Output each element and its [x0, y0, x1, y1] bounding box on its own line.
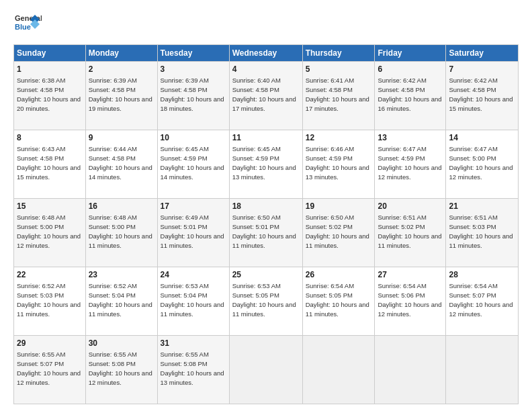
day-cell-29: 29 Sunrise: 6:55 AMSunset: 5:07 PMDaylig… — [14, 336, 86, 404]
day-cell-27: 27 Sunrise: 6:54 AMSunset: 5:06 PMDaylig… — [375, 267, 446, 336]
day-number: 6 — [378, 64, 443, 75]
day-info: Sunrise: 6:51 AMSunset: 5:02 PMDaylight:… — [378, 214, 441, 249]
day-number: 26 — [306, 269, 372, 281]
day-cell-8: 8 Sunrise: 6:43 AMSunset: 4:58 PMDayligh… — [14, 130, 86, 199]
calendar-header-row: SundayMondayTuesdayWednesdayThursdayFrid… — [14, 45, 519, 62]
calendar-week-2: 8 Sunrise: 6:43 AMSunset: 4:58 PMDayligh… — [14, 130, 519, 199]
day-number: 22 — [17, 269, 83, 281]
day-cell-17: 17 Sunrise: 6:49 AMSunset: 5:01 PMDaylig… — [157, 199, 229, 267]
logo: General Blue — [13, 11, 42, 39]
calendar-week-4: 22 Sunrise: 6:52 AMSunset: 5:03 PMDaylig… — [14, 267, 519, 336]
day-cell-28: 28 Sunrise: 6:54 AMSunset: 5:07 PMDaylig… — [446, 267, 519, 336]
day-number: 28 — [449, 269, 515, 281]
day-cell-2: 2 Sunrise: 6:39 AMSunset: 4:58 PMDayligh… — [85, 62, 157, 130]
day-cell-20: 20 Sunrise: 6:51 AMSunset: 5:02 PMDaylig… — [375, 199, 446, 267]
day-number: 23 — [89, 269, 154, 281]
day-info: Sunrise: 6:50 AMSunset: 5:01 PMDaylight:… — [232, 214, 296, 249]
day-cell-12: 12 Sunrise: 6:46 AMSunset: 4:59 PMDaylig… — [302, 130, 375, 199]
day-info: Sunrise: 6:54 AMSunset: 5:05 PMDaylight:… — [306, 282, 369, 318]
day-number: 15 — [17, 201, 83, 212]
calendar-header-saturday: Saturday — [446, 45, 519, 62]
day-number: 29 — [17, 338, 83, 349]
day-number: 16 — [89, 201, 154, 212]
day-cell-19: 19 Sunrise: 6:50 AMSunset: 5:02 PMDaylig… — [302, 199, 375, 267]
day-info: Sunrise: 6:55 AMSunset: 5:07 PMDaylight:… — [17, 351, 81, 386]
calendar-week-1: 1 Sunrise: 6:38 AMSunset: 4:58 PMDayligh… — [14, 62, 519, 130]
day-number: 17 — [161, 201, 226, 212]
day-cell-18: 18 Sunrise: 6:50 AMSunset: 5:01 PMDaylig… — [229, 199, 302, 267]
day-info: Sunrise: 6:51 AMSunset: 5:03 PMDaylight:… — [449, 214, 513, 249]
day-cell-1: 1 Sunrise: 6:38 AMSunset: 4:58 PMDayligh… — [14, 62, 86, 130]
day-info: Sunrise: 6:54 AMSunset: 5:06 PMDaylight:… — [378, 282, 441, 318]
day-info: Sunrise: 6:38 AMSunset: 4:58 PMDaylight:… — [17, 77, 81, 112]
day-cell-6: 6 Sunrise: 6:42 AMSunset: 4:58 PMDayligh… — [375, 62, 446, 130]
day-number: 3 — [161, 64, 226, 75]
day-number: 31 — [161, 338, 226, 349]
day-cell-14: 14 Sunrise: 6:47 AMSunset: 5:00 PMDaylig… — [446, 130, 519, 199]
day-info: Sunrise: 6:45 AMSunset: 4:59 PMDaylight:… — [232, 145, 296, 181]
day-info: Sunrise: 6:53 AMSunset: 5:04 PMDaylight:… — [161, 282, 224, 318]
day-info: Sunrise: 6:49 AMSunset: 5:01 PMDaylight:… — [161, 214, 224, 249]
day-info: Sunrise: 6:55 AMSunset: 5:08 PMDaylight:… — [89, 351, 152, 386]
day-cell-31: 31 Sunrise: 6:55 AMSunset: 5:08 PMDaylig… — [157, 336, 229, 404]
calendar-header-friday: Friday — [375, 45, 446, 62]
calendar-header-monday: Monday — [85, 45, 157, 62]
day-info: Sunrise: 6:55 AMSunset: 5:08 PMDaylight:… — [161, 351, 224, 386]
day-info: Sunrise: 6:48 AMSunset: 5:00 PMDaylight:… — [17, 214, 81, 249]
calendar-header-tuesday: Tuesday — [157, 45, 229, 62]
day-info: Sunrise: 6:42 AMSunset: 4:58 PMDaylight:… — [378, 77, 441, 112]
day-number: 20 — [378, 201, 443, 212]
day-number: 13 — [378, 132, 443, 144]
empty-cell — [229, 336, 302, 404]
day-number: 25 — [232, 269, 300, 281]
day-number: 30 — [89, 338, 154, 349]
day-cell-15: 15 Sunrise: 6:48 AMSunset: 5:00 PMDaylig… — [14, 199, 86, 267]
day-info: Sunrise: 6:42 AMSunset: 4:58 PMDaylight:… — [449, 77, 513, 112]
day-number: 27 — [378, 269, 443, 281]
calendar-header-thursday: Thursday — [302, 45, 375, 62]
day-info: Sunrise: 6:43 AMSunset: 4:58 PMDaylight:… — [17, 145, 81, 181]
day-number: 2 — [89, 64, 154, 75]
calendar-header-wednesday: Wednesday — [229, 45, 302, 62]
calendar-header-sunday: Sunday — [14, 45, 86, 62]
day-cell-3: 3 Sunrise: 6:39 AMSunset: 4:58 PMDayligh… — [157, 62, 229, 130]
day-number: 9 — [89, 132, 154, 144]
day-info: Sunrise: 6:46 AMSunset: 4:59 PMDaylight:… — [306, 145, 369, 181]
day-number: 11 — [232, 132, 300, 144]
svg-text:Blue: Blue — [15, 23, 31, 31]
day-cell-10: 10 Sunrise: 6:45 AMSunset: 4:59 PMDaylig… — [157, 130, 229, 199]
day-cell-5: 5 Sunrise: 6:41 AMSunset: 4:58 PMDayligh… — [302, 62, 375, 130]
day-cell-25: 25 Sunrise: 6:53 AMSunset: 5:05 PMDaylig… — [229, 267, 302, 336]
day-cell-26: 26 Sunrise: 6:54 AMSunset: 5:05 PMDaylig… — [302, 267, 375, 336]
day-number: 21 — [449, 201, 515, 212]
day-cell-23: 23 Sunrise: 6:52 AMSunset: 5:04 PMDaylig… — [85, 267, 157, 336]
empty-cell — [375, 336, 446, 404]
day-info: Sunrise: 6:47 AMSunset: 5:00 PMDaylight:… — [449, 145, 513, 181]
day-number: 1 — [17, 64, 83, 75]
day-cell-16: 16 Sunrise: 6:48 AMSunset: 5:00 PMDaylig… — [85, 199, 157, 267]
day-info: Sunrise: 6:44 AMSunset: 4:58 PMDaylight:… — [89, 145, 152, 181]
day-number: 24 — [161, 269, 226, 281]
day-cell-24: 24 Sunrise: 6:53 AMSunset: 5:04 PMDaylig… — [157, 267, 229, 336]
day-number: 14 — [449, 132, 515, 144]
day-info: Sunrise: 6:41 AMSunset: 4:58 PMDaylight:… — [306, 77, 369, 112]
day-info: Sunrise: 6:39 AMSunset: 4:58 PMDaylight:… — [89, 77, 152, 112]
day-info: Sunrise: 6:53 AMSunset: 5:05 PMDaylight:… — [232, 282, 296, 318]
day-info: Sunrise: 6:47 AMSunset: 4:59 PMDaylight:… — [378, 145, 441, 181]
header: General Blue — [13, 11, 519, 39]
day-cell-4: 4 Sunrise: 6:40 AMSunset: 4:58 PMDayligh… — [229, 62, 302, 130]
day-info: Sunrise: 6:48 AMSunset: 5:00 PMDaylight:… — [89, 214, 152, 249]
day-number: 8 — [17, 132, 83, 144]
logo-svg: General Blue — [13, 11, 42, 39]
day-cell-30: 30 Sunrise: 6:55 AMSunset: 5:08 PMDaylig… — [85, 336, 157, 404]
day-info: Sunrise: 6:50 AMSunset: 5:02 PMDaylight:… — [306, 214, 369, 249]
day-cell-7: 7 Sunrise: 6:42 AMSunset: 4:58 PMDayligh… — [446, 62, 519, 130]
day-number: 18 — [232, 201, 300, 212]
day-info: Sunrise: 6:52 AMSunset: 5:04 PMDaylight:… — [89, 282, 152, 318]
day-number: 10 — [161, 132, 226, 144]
day-number: 5 — [306, 64, 372, 75]
day-number: 7 — [449, 64, 515, 75]
day-info: Sunrise: 6:52 AMSunset: 5:03 PMDaylight:… — [17, 282, 81, 318]
day-cell-21: 21 Sunrise: 6:51 AMSunset: 5:03 PMDaylig… — [446, 199, 519, 267]
day-info: Sunrise: 6:54 AMSunset: 5:07 PMDaylight:… — [449, 282, 513, 318]
